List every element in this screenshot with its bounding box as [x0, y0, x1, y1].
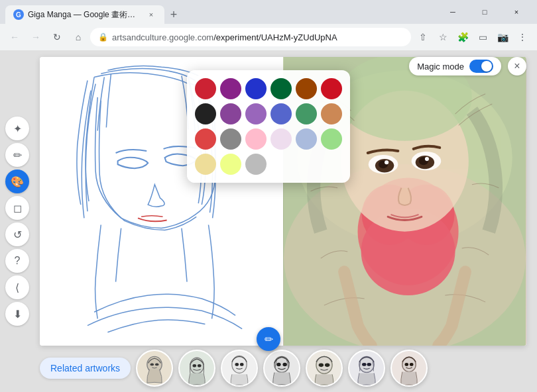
favicon-letter: G	[16, 11, 21, 19]
app-area: Magic mode ×	[0, 50, 537, 392]
color-swatch[interactable]	[245, 78, 267, 99]
color-swatch[interactable]	[220, 154, 241, 175]
svg-point-16	[425, 157, 429, 161]
color-swatch[interactable]	[321, 128, 342, 150]
color-swatch[interactable]	[270, 78, 292, 99]
menu-icon[interactable]: ⋮	[513, 28, 532, 46]
maximize-button[interactable]: □	[469, 0, 500, 24]
tab-title: Giga Manga — Google 畫術與...	[28, 9, 142, 21]
browser-tab[interactable]: G Giga Manga — Google 畫術與... ×	[5, 5, 164, 24]
svg-point-27	[235, 363, 239, 366]
app-close-button[interactable]: ×	[508, 57, 526, 75]
sidebar-icon[interactable]: ▭	[473, 28, 492, 46]
color-swatch[interactable]	[195, 78, 216, 99]
address-path: /experiment/UAHzM-yZUdUpNA	[213, 32, 337, 42]
back-button[interactable]: ←	[5, 28, 24, 46]
artwork-thumb-2[interactable]	[178, 350, 215, 387]
magic-wand-tool[interactable]: ✦	[5, 117, 29, 140]
artwork-thumb-7[interactable]	[390, 350, 428, 387]
share-toolbar-icon[interactable]: ⇧	[414, 28, 432, 46]
home-button[interactable]: ⌂	[69, 28, 88, 46]
color-swatch[interactable]	[321, 78, 342, 99]
color-swatch[interactable]	[195, 103, 216, 124]
new-tab-button[interactable]: +	[164, 5, 183, 24]
svg-point-23	[193, 364, 197, 368]
bookmark-icon[interactable]: ☆	[434, 28, 452, 46]
pencil-tool[interactable]: ✏	[5, 143, 29, 167]
svg-point-43	[405, 363, 409, 366]
color-swatch[interactable]	[245, 154, 267, 175]
svg-point-35	[319, 364, 324, 368]
svg-point-36	[325, 364, 329, 368]
tab-close-button[interactable]: ×	[146, 9, 156, 20]
svg-point-19	[150, 364, 154, 366]
magic-mode-container: Magic mode	[409, 57, 501, 75]
top-controls: Magic mode ×	[409, 57, 526, 75]
svg-point-40	[367, 363, 372, 366]
svg-point-44	[410, 363, 414, 366]
share-tool[interactable]: ⟨	[5, 275, 29, 299]
color-swatch[interactable]	[220, 103, 241, 124]
active-tool-icon: ✏	[265, 333, 273, 346]
help-tool[interactable]: ?	[5, 249, 29, 273]
tab-area: G Giga Manga — Google 畫術與... × +	[5, 0, 438, 24]
toggle-knob	[481, 61, 492, 72]
artwork-thumb-3[interactable]	[221, 350, 258, 387]
address-bar-row: ← → ↻ ⌂ 🔒 artsandculture.google.com/expe…	[0, 24, 537, 50]
color-swatch[interactable]	[220, 128, 241, 150]
window-controls: ─ □ ×	[438, 0, 532, 24]
color-swatch[interactable]	[245, 128, 267, 150]
color-swatch[interactable]	[270, 103, 292, 124]
undo-tool[interactable]: ↺	[5, 222, 29, 246]
close-window-button[interactable]: ×	[501, 0, 532, 24]
color-swatch[interactable]	[321, 103, 342, 124]
download-tool[interactable]: ⬇	[5, 302, 29, 326]
screenshot-icon[interactable]: 📷	[493, 28, 512, 46]
sidebar-tools: ✦ ✏ 🎨 ◻ ↺ ? ⟨ ⬇	[5, 117, 29, 326]
toolbar-icons: ⇧ ☆ 🧩 ▭ 📷 ⋮	[414, 28, 532, 46]
lock-icon: 🔒	[98, 32, 108, 42]
magic-mode-toggle[interactable]	[469, 60, 493, 73]
artwork-thumb-5[interactable]	[306, 350, 343, 387]
tab-favicon: G	[13, 9, 24, 20]
extensions-icon[interactable]: 🧩	[453, 28, 472, 46]
color-swatch[interactable]	[195, 154, 216, 175]
eraser-tool[interactable]: ◻	[5, 196, 29, 220]
artwork-thumb-1[interactable]	[136, 350, 173, 387]
artwork-thumb-4[interactable]	[263, 350, 300, 387]
magic-mode-label: Magic mode	[417, 62, 464, 72]
svg-point-31	[276, 363, 281, 367]
color-swatch[interactable]	[245, 103, 267, 124]
active-tool-indicator[interactable]: ✏	[257, 327, 280, 351]
color-swatch[interactable]	[220, 78, 241, 99]
color-swatch[interactable]	[296, 103, 317, 124]
reload-button[interactable]: ↻	[48, 28, 66, 46]
color-tool[interactable]: 🎨	[5, 170, 29, 193]
main-content: Magic mode ×	[0, 50, 537, 392]
svg-point-20	[155, 364, 159, 366]
minimize-button[interactable]: ─	[438, 0, 468, 24]
browser-chrome: G Giga Manga — Google 畫術與... × + ─ □ × ←…	[0, 0, 537, 50]
svg-point-39	[362, 363, 367, 366]
svg-point-24	[198, 364, 202, 368]
color-swatch[interactable]	[296, 128, 317, 150]
color-palette	[187, 70, 350, 183]
address-bar[interactable]: 🔒 artsandculture.google.com/experiment/U…	[90, 28, 411, 46]
svg-point-15	[385, 160, 388, 164]
forward-button[interactable]: →	[27, 28, 45, 46]
related-artworks-button[interactable]: Related artworks	[40, 358, 131, 379]
artwork-thumb-6[interactable]	[348, 350, 385, 387]
color-swatch[interactable]	[195, 128, 216, 150]
svg-point-32	[282, 363, 287, 367]
address-protocol: artsandculture.google.com	[112, 32, 213, 42]
address-text: artsandculture.google.com/experiment/UAH…	[112, 32, 403, 42]
svg-point-28	[240, 363, 244, 366]
svg-point-22	[190, 358, 204, 373]
color-swatch[interactable]	[296, 78, 317, 99]
bottom-bar: Related artworks	[0, 344, 537, 392]
color-swatch[interactable]	[270, 128, 292, 150]
title-bar: G Giga Manga — Google 畫術與... × + ─ □ ×	[0, 0, 537, 24]
